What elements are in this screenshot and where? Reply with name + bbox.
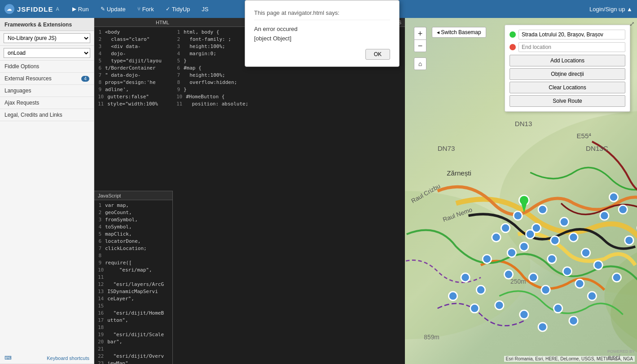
dialog-error-title: An error occured: [254, 26, 390, 32]
dialog-footer: OK: [254, 49, 390, 60]
dialog-page-msg: This page at navigator.html says:: [254, 9, 390, 20]
dialog-ok-button[interactable]: OK: [365, 49, 390, 60]
error-dialog: This page at navigator.html says: An err…: [0, 0, 637, 364]
dialog-error-body: [object Object]: [254, 35, 390, 42]
dialog-box: This page at navigator.html says: An err…: [245, 0, 400, 67]
